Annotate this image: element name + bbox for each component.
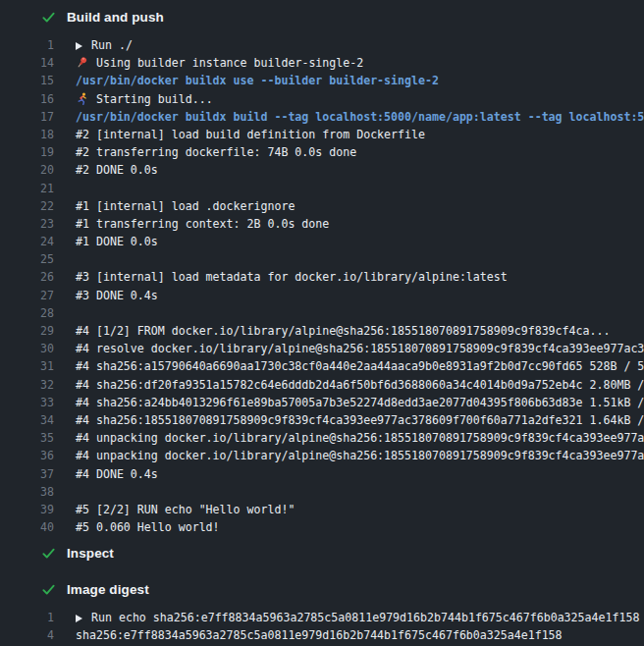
log-line: 29#4 [1/2] FROM docker.io/library/alpine… xyxy=(0,322,644,340)
line-number[interactable]: 27 xyxy=(0,287,54,304)
line-number[interactable]: 23 xyxy=(0,215,54,233)
log-line: 1Run ./ xyxy=(0,36,644,54)
workflow-log: Build and push 1Run ./14Using builder in… xyxy=(0,0,644,645)
log-text xyxy=(54,180,644,197)
line-number[interactable]: 30 xyxy=(0,340,54,357)
run-arrow-icon xyxy=(76,38,91,52)
log-line: 17/usr/bin/docker buildx build --tag loc… xyxy=(0,108,644,126)
line-number[interactable]: 15 xyxy=(0,72,54,89)
log-text: #4 unpacking docker.io/library/alpine@sh… xyxy=(54,447,644,464)
log-text: #1 [internal] load .dockerignore xyxy=(54,197,644,215)
log-line: 28 xyxy=(0,304,644,322)
log-text xyxy=(54,250,644,268)
log-line: 33#4 sha256:a24bb4013296f61e89ba57005a7b… xyxy=(0,394,644,411)
section-build-and-push: Build and push 1Run ./14Using builder in… xyxy=(0,0,644,536)
log-line: 1Run echo sha256:e7ff8834a5963a2785c5a08… xyxy=(0,609,644,626)
line-number[interactable]: 40 xyxy=(0,518,54,536)
line-number[interactable]: 35 xyxy=(0,429,54,447)
line-number[interactable]: 33 xyxy=(0,394,54,411)
line-number[interactable]: 17 xyxy=(0,108,54,126)
log-line: 25 xyxy=(0,250,644,268)
log-text: sha256:e7ff8834a5963a2785c5a0811e979d16b… xyxy=(54,626,644,644)
log-line: 34#4 sha256:185518070891758909c9f839cf4c… xyxy=(0,411,644,429)
log-line: 38 xyxy=(0,483,644,501)
log-text: #2 transferring dockerfile: 74B 0.0s don… xyxy=(54,143,644,161)
line-number[interactable]: 14 xyxy=(0,54,54,72)
section-header-inspect[interactable]: Inspect xyxy=(0,536,644,569)
line-number[interactable]: 22 xyxy=(0,197,54,215)
line-number[interactable]: 19 xyxy=(0,143,54,161)
section-header-image-digest[interactable]: Image digest xyxy=(0,572,644,606)
log-text: Using builder instance builder-single-2 xyxy=(54,54,644,72)
line-number[interactable]: 31 xyxy=(0,357,54,375)
line-number[interactable]: 21 xyxy=(0,180,54,197)
log-text: #4 [1/2] FROM docker.io/library/alpine@s… xyxy=(54,322,644,340)
log-line: 35#4 unpacking docker.io/library/alpine@… xyxy=(0,429,644,447)
log-line: 24#1 DONE 0.0s xyxy=(0,233,644,250)
line-number[interactable]: 1 xyxy=(0,36,54,54)
section-header-build-and-push[interactable]: Build and push xyxy=(0,0,644,33)
log-line: 14Using builder instance builder-single-… xyxy=(0,54,644,72)
check-icon xyxy=(41,582,56,597)
line-number[interactable]: 16 xyxy=(0,90,54,108)
log-line: 30#4 resolve docker.io/library/alpine@sh… xyxy=(0,340,644,357)
log-text: #4 unpacking docker.io/library/alpine@sh… xyxy=(54,429,644,447)
log-line: 27#3 DONE 0.4s xyxy=(0,287,644,304)
check-icon xyxy=(41,10,56,25)
line-number[interactable]: 37 xyxy=(0,465,54,483)
line-number[interactable]: 25 xyxy=(0,250,54,268)
run-arrow-icon xyxy=(76,611,91,624)
log-line: 22#1 [internal] load .dockerignore xyxy=(0,197,644,215)
log-line: 18#2 [internal] load build definition fr… xyxy=(0,126,644,143)
line-number[interactable]: 29 xyxy=(0,322,54,340)
section-title: Image digest xyxy=(67,582,149,597)
line-number[interactable]: 20 xyxy=(0,161,54,179)
log-line: 31#4 sha256:a15790640a6690aa1730c38cf0a4… xyxy=(0,357,644,375)
log-text: #4 resolve docker.io/library/alpine@sha2… xyxy=(54,340,644,357)
log-line: 16Starting build... xyxy=(0,90,644,108)
log-text: Run echo sha256:e7ff8834a5963a2785c5a081… xyxy=(54,609,644,626)
line-number[interactable]: 38 xyxy=(0,483,54,501)
log-lines: 1Run echo sha256:e7ff8834a5963a2785c5a08… xyxy=(0,606,644,644)
line-number[interactable]: 18 xyxy=(0,126,54,143)
log-line: 32#4 sha256:df20fa9351a15782c64e6dddb2d4… xyxy=(0,376,644,394)
log-text: /usr/bin/docker buildx use --builder bui… xyxy=(54,72,644,89)
log-line: 19#2 transferring dockerfile: 74B 0.0s d… xyxy=(0,143,644,161)
log-text: #1 DONE 0.0s xyxy=(54,233,644,250)
line-number[interactable]: 1 xyxy=(0,609,54,626)
log-text xyxy=(54,483,644,501)
line-number[interactable]: 28 xyxy=(0,304,54,322)
log-text: #5 [2/2] RUN echo "Hello world!" xyxy=(54,501,644,518)
log-line: 20#2 DONE 0.0s xyxy=(0,161,644,179)
log-text: #4 sha256:a15790640a6690aa1730c38cf0a440… xyxy=(54,357,644,375)
line-number[interactable]: 34 xyxy=(0,411,54,429)
log-line: 39#5 [2/2] RUN echo "Hello world!" xyxy=(0,501,644,518)
section-title: Inspect xyxy=(67,546,114,561)
log-line: 4sha256:e7ff8834a5963a2785c5a0811e979d16… xyxy=(0,626,644,644)
log-text: #3 [internal] load metadata for docker.i… xyxy=(54,268,644,286)
log-lines: 1Run ./14Using builder instance builder-… xyxy=(0,33,644,536)
log-text: #3 DONE 0.4s xyxy=(54,287,644,304)
section-title: Build and push xyxy=(67,10,164,25)
log-text: #2 [internal] load build definition from… xyxy=(54,126,644,143)
pushpin-icon xyxy=(76,56,96,70)
log-line: 23#1 transferring context: 2B 0.0s done xyxy=(0,215,644,233)
log-text: #4 sha256:a24bb4013296f61e89ba57005a7b3e… xyxy=(54,394,644,411)
log-line: 15/usr/bin/docker buildx use --builder b… xyxy=(0,72,644,89)
log-line: 37#4 DONE 0.4s xyxy=(0,465,644,483)
line-number[interactable]: 4 xyxy=(0,626,54,644)
line-number[interactable]: 39 xyxy=(0,501,54,518)
line-number[interactable]: 32 xyxy=(0,376,54,394)
check-icon xyxy=(41,546,56,561)
runner-icon xyxy=(76,92,96,106)
log-text: #5 0.060 Hello world! xyxy=(54,518,644,536)
line-number[interactable]: 36 xyxy=(0,447,54,464)
log-line: 26#3 [internal] load metadata for docker… xyxy=(0,268,644,286)
log-text: Starting build... xyxy=(54,90,644,108)
log-text: #2 DONE 0.0s xyxy=(54,161,644,179)
log-text: #4 sha256:185518070891758909c9f839cf4ca3… xyxy=(54,411,644,429)
log-text: #4 DONE 0.4s xyxy=(54,465,644,483)
line-number[interactable]: 24 xyxy=(0,233,54,250)
line-number[interactable]: 26 xyxy=(0,268,54,286)
log-line: 21 xyxy=(0,180,644,197)
